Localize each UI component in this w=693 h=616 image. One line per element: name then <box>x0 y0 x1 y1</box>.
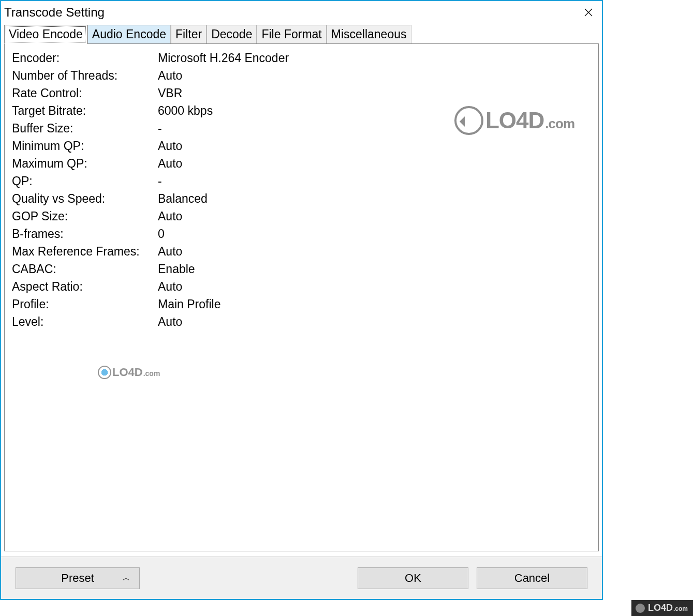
watermark-logo-small: LO4D.com <box>98 366 160 379</box>
property-label: Buffer Size: <box>12 122 158 136</box>
tab-audio-encode[interactable]: Audio Encode <box>87 25 171 43</box>
property-row[interactable]: GOP Size:Auto <box>12 209 591 223</box>
property-label: GOP Size: <box>12 209 158 223</box>
property-value: Auto <box>158 69 591 83</box>
property-row[interactable]: Number of Threads:Auto <box>12 69 591 83</box>
tab-panel-video-encode: Encoder:Microsoft H.264 Encoder Number o… <box>4 43 599 551</box>
watermark-suffix: .com <box>143 369 160 378</box>
property-label: Maximum QP: <box>12 157 158 171</box>
property-row[interactable]: QP:- <box>12 174 591 188</box>
property-label: Quality vs Speed: <box>12 192 158 206</box>
property-value: Auto <box>158 139 591 153</box>
property-label: Rate Control: <box>12 86 158 100</box>
tab-label: Video Encode <box>9 27 83 41</box>
property-label: CABAC: <box>12 262 158 276</box>
property-row[interactable]: Target Bitrate:6000 kbps <box>12 104 591 118</box>
property-label: Profile: <box>12 297 158 311</box>
titlebar: Transcode Setting <box>1 1 602 24</box>
ok-button[interactable]: OK <box>358 567 468 589</box>
property-row[interactable]: Aspect Ratio:Auto <box>12 280 591 294</box>
property-row[interactable]: Buffer Size:- <box>12 122 591 136</box>
button-label: OK <box>405 572 421 585</box>
property-value: Microsoft H.264 Encoder <box>158 51 591 65</box>
button-bar: Preset ︿ OK Cancel <box>1 557 602 599</box>
property-label: Encoder: <box>12 51 158 65</box>
cancel-button[interactable]: Cancel <box>477 567 587 589</box>
watermark-suffix: .com <box>673 605 688 612</box>
tab-label: Filter <box>175 27 202 41</box>
chevron-up-icon: ︿ <box>123 574 130 583</box>
watermark-text: LO4D <box>112 366 143 379</box>
tab-label: File Format <box>261 27 321 41</box>
tab-strip: Video Encode Audio Encode Filter Decode … <box>4 25 599 43</box>
tab-file-format[interactable]: File Format <box>257 25 326 43</box>
property-row[interactable]: Quality vs Speed:Balanced <box>12 192 591 206</box>
close-button[interactable] <box>575 2 602 23</box>
property-value: Auto <box>158 209 591 223</box>
window-title: Transcode Setting <box>4 5 105 20</box>
property-label: Aspect Ratio: <box>12 280 158 294</box>
property-label: Level: <box>12 315 158 329</box>
property-row[interactable]: CABAC:Enable <box>12 262 591 276</box>
property-value: Enable <box>158 262 591 276</box>
refresh-icon <box>636 604 645 613</box>
property-label: Target Bitrate: <box>12 104 158 118</box>
property-value: Auto <box>158 315 591 329</box>
property-row[interactable]: Encoder:Microsoft H.264 Encoder <box>12 51 591 65</box>
content-area: Video Encode Audio Encode Filter Decode … <box>1 25 602 551</box>
tab-decode[interactable]: Decode <box>207 25 257 43</box>
property-row[interactable]: Maximum QP:Auto <box>12 157 591 171</box>
property-value: VBR <box>158 86 591 100</box>
property-label: QP: <box>12 174 158 188</box>
property-value: Auto <box>158 157 591 171</box>
property-value: 0 <box>158 227 591 241</box>
dialog-window: Transcode Setting Video Encode Audio Enc… <box>0 0 603 600</box>
property-row[interactable]: Minimum QP:Auto <box>12 139 591 153</box>
property-row[interactable]: B-frames:0 <box>12 227 591 241</box>
button-label: Cancel <box>514 572 550 585</box>
property-label: Minimum QP: <box>12 139 158 153</box>
tab-miscellaneous[interactable]: Miscellaneous <box>327 25 411 43</box>
property-label: Number of Threads: <box>12 69 158 83</box>
corner-watermark: LO4D.com <box>631 600 693 616</box>
property-row[interactable]: Level:Auto <box>12 315 591 329</box>
property-value: Main Profile <box>158 297 591 311</box>
property-value: Auto <box>158 280 591 294</box>
property-value: - <box>158 174 591 188</box>
tab-video-encode[interactable]: Video Encode <box>4 25 87 44</box>
property-label: Max Reference Frames: <box>12 245 158 259</box>
property-label: B-frames: <box>12 227 158 241</box>
tab-label: Audio Encode <box>92 27 166 41</box>
property-row[interactable]: Rate Control:VBR <box>12 86 591 100</box>
button-label: Preset <box>61 572 94 585</box>
close-icon <box>584 8 593 17</box>
property-value: Auto <box>158 245 591 259</box>
watermark-text: LO4D <box>648 603 673 613</box>
tab-filter[interactable]: Filter <box>171 25 207 43</box>
property-value: Balanced <box>158 192 591 206</box>
preset-button[interactable]: Preset ︿ <box>16 567 140 589</box>
tab-label: Decode <box>211 27 252 41</box>
tab-label: Miscellaneous <box>331 27 407 41</box>
property-value: - <box>158 122 591 136</box>
refresh-icon <box>98 366 111 379</box>
property-value: 6000 kbps <box>158 104 591 118</box>
property-row[interactable]: Profile:Main Profile <box>12 297 591 311</box>
property-row[interactable]: Max Reference Frames:Auto <box>12 245 591 259</box>
